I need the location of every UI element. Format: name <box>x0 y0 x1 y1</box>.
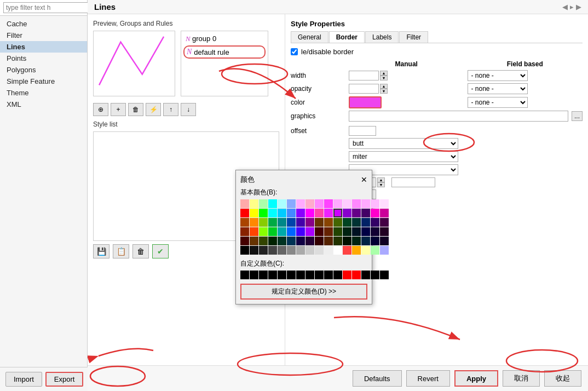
basic-color-cell-28[interactable] <box>352 209 361 217</box>
sidebar-item-points[interactable]: Points <box>0 53 87 64</box>
basic-color-cell-57[interactable] <box>324 227 333 236</box>
basic-color-cell-18[interactable] <box>259 209 268 217</box>
basic-color-cell-79[interactable] <box>380 237 389 245</box>
basic-color-cell-82[interactable] <box>259 246 268 255</box>
custom-color-cell-2[interactable] <box>259 271 268 279</box>
custom-color-cell-10[interactable] <box>333 271 342 279</box>
defaults-button[interactable]: Defaults <box>353 370 402 387</box>
color-field-select[interactable]: - none - <box>468 97 528 108</box>
basic-color-cell-53[interactable] <box>287 227 296 236</box>
basic-color-cell-9[interactable] <box>324 199 333 208</box>
basic-color-cell-33[interactable] <box>250 218 258 227</box>
basic-color-cell-50[interactable] <box>259 227 268 236</box>
style-copy-btn[interactable]: 📋 <box>113 244 129 258</box>
basic-color-cell-87[interactable] <box>305 246 314 255</box>
basic-color-cell-55[interactable] <box>305 227 314 236</box>
basic-color-cell-7[interactable] <box>305 199 314 208</box>
basic-color-cell-41[interactable] <box>324 218 333 227</box>
custom-color-cell-7[interactable] <box>305 271 314 279</box>
basic-color-cell-49[interactable] <box>250 227 258 236</box>
nav-back-icon[interactable]: ◀ <box>562 3 568 11</box>
basic-color-cell-35[interactable] <box>268 218 277 227</box>
basic-color-cell-77[interactable] <box>361 237 370 245</box>
basic-color-cell-30[interactable] <box>371 209 379 217</box>
rule-down-btn[interactable]: ↓ <box>181 103 196 116</box>
num1-down[interactable]: ▼ <box>377 182 385 187</box>
basic-color-cell-64[interactable] <box>240 237 249 245</box>
export-button[interactable]: Export <box>45 372 84 387</box>
opacity-up-arrow[interactable]: ▲ <box>380 84 388 89</box>
num1-up[interactable]: ▲ <box>377 177 385 182</box>
basic-color-cell-80[interactable] <box>240 246 249 255</box>
custom-color-cell-3[interactable] <box>268 271 277 279</box>
basic-color-cell-29[interactable] <box>361 209 370 217</box>
basic-color-cell-15[interactable] <box>380 199 389 208</box>
basic-color-cell-27[interactable] <box>343 209 351 217</box>
basic-color-cell-32[interactable] <box>240 218 249 227</box>
basic-color-cell-37[interactable] <box>287 218 296 227</box>
basic-color-cell-12[interactable] <box>352 199 361 208</box>
rule-up-btn[interactable]: ↑ <box>163 103 178 116</box>
custom-color-cell-14[interactable] <box>371 271 379 279</box>
basic-color-cell-21[interactable] <box>287 209 296 217</box>
tab-labels[interactable]: Labels <box>365 31 399 43</box>
sidebar-item-filter[interactable]: Filter <box>0 30 87 41</box>
offset-input[interactable]: 0 <box>349 126 376 136</box>
tab-border[interactable]: Border <box>329 31 365 43</box>
basic-color-cell-93[interactable] <box>361 246 370 255</box>
basic-color-cell-43[interactable] <box>343 218 351 227</box>
basic-color-cell-23[interactable] <box>305 209 314 217</box>
custom-color-cell-0[interactable] <box>240 271 249 279</box>
nav-forward-icon[interactable]: ▶ <box>576 3 581 11</box>
basic-color-cell-63[interactable] <box>380 227 389 236</box>
basic-color-cell-76[interactable] <box>352 237 361 245</box>
basic-color-cell-67[interactable] <box>268 237 277 245</box>
basic-color-cell-44[interactable] <box>352 218 361 227</box>
join-select[interactable]: butt <box>349 138 458 149</box>
basic-color-cell-19[interactable] <box>268 209 277 217</box>
rule-plus-btn[interactable]: + <box>111 103 126 116</box>
basic-color-cell-48[interactable] <box>240 227 249 236</box>
ok-button[interactable]: 收起 <box>544 370 581 387</box>
basic-color-cell-1[interactable] <box>250 199 258 208</box>
basic-color-cell-71[interactable] <box>305 237 314 245</box>
basic-color-cell-70[interactable] <box>296 237 305 245</box>
rule-item[interactable]: N default rule <box>183 45 266 59</box>
miter-select[interactable]: miter <box>349 151 458 162</box>
basic-color-cell-4[interactable] <box>278 199 286 208</box>
width-down-arrow[interactable]: ▼ <box>380 76 388 81</box>
basic-color-cell-39[interactable] <box>305 218 314 227</box>
basic-color-cell-36[interactable] <box>278 218 286 227</box>
custom-color-cell-9[interactable] <box>324 271 333 279</box>
basic-color-cell-60[interactable] <box>352 227 361 236</box>
style-apply-btn[interactable]: ✔ <box>152 244 169 258</box>
custom-color-cell-15[interactable] <box>380 271 389 279</box>
custom-color-cell-5[interactable] <box>287 271 296 279</box>
basic-color-cell-83[interactable] <box>268 246 277 255</box>
basic-color-cell-42[interactable] <box>333 218 342 227</box>
basic-color-cell-72[interactable] <box>315 237 324 245</box>
sidebar-item-simple-feature[interactable]: Simple Feature <box>0 76 87 87</box>
width-value[interactable]: 1.0 <box>349 71 379 81</box>
width-up-arrow[interactable]: ▲ <box>380 71 388 76</box>
apply-button[interactable]: Apply <box>454 370 498 387</box>
basic-color-cell-20[interactable] <box>278 209 286 217</box>
basic-color-cell-78[interactable] <box>371 237 379 245</box>
rule-delete2-btn[interactable]: ⚡ <box>146 103 161 116</box>
basic-color-cell-51[interactable] <box>268 227 277 236</box>
custom-color-cell-13[interactable] <box>361 271 370 279</box>
basic-color-cell-62[interactable] <box>371 227 379 236</box>
basic-color-cell-81[interactable] <box>250 246 258 255</box>
basic-color-cell-13[interactable] <box>361 199 370 208</box>
basic-color-cell-58[interactable] <box>333 227 342 236</box>
sidebar-item-theme[interactable]: Theme <box>0 87 87 99</box>
basic-color-cell-25[interactable] <box>324 209 333 217</box>
width-field-select[interactable]: - none - <box>468 70 528 81</box>
basic-color-cell-65[interactable] <box>250 237 258 245</box>
num1b-input[interactable] <box>391 177 435 187</box>
basic-color-cell-94[interactable] <box>371 246 379 255</box>
basic-color-cell-90[interactable] <box>333 246 342 255</box>
basic-color-cell-56[interactable] <box>315 227 324 236</box>
basic-color-cell-66[interactable] <box>259 237 268 245</box>
rule-add-btn[interactable]: ⊕ <box>93 103 108 116</box>
